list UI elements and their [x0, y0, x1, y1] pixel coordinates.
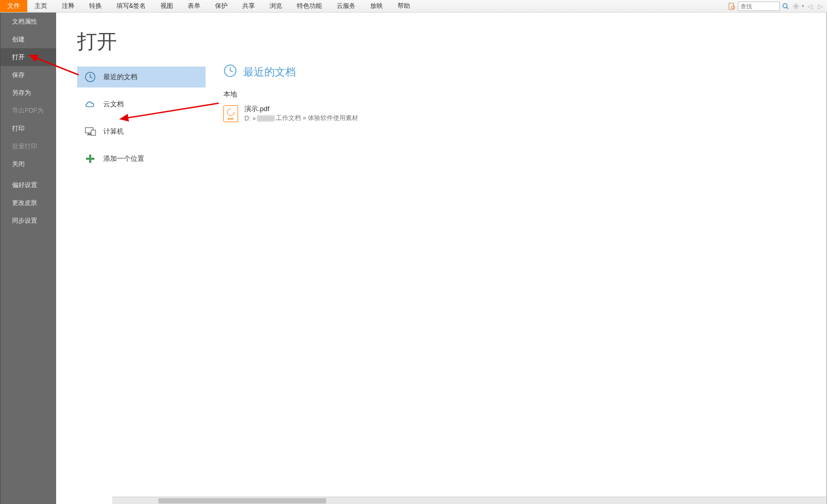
search-submit-icon[interactable] — [781, 2, 790, 11]
menu-tab-feature[interactable]: 特色功能 — [289, 0, 329, 12]
settings-gear-icon[interactable] — [791, 2, 801, 11]
svg-rect-7 — [88, 133, 90, 135]
scrollbar-thumb[interactable] — [158, 498, 326, 503]
location-label: 云文档 — [103, 100, 124, 109]
location-recent[interactable]: 最近的文档 — [77, 67, 206, 87]
menu-tab-home[interactable]: 主页 — [27, 0, 55, 12]
sidebar-item-skin[interactable]: 更改皮肤 — [1, 194, 56, 212]
sidebar-item-save[interactable]: 保存 — [1, 66, 56, 84]
menu-tab-browse[interactable]: 浏览 — [262, 0, 289, 12]
menu-tab-file[interactable]: 文件 — [0, 0, 27, 12]
computer-icon — [84, 126, 96, 137]
page-title: 打开 — [77, 28, 206, 55]
sidebar-item-close[interactable]: 关闭 — [1, 155, 56, 173]
sidebar-item-preferences[interactable]: 偏好设置 — [1, 176, 56, 194]
path-blur — [257, 115, 275, 122]
svg-point-4 — [795, 5, 797, 7]
section-label-local: 本地 — [223, 90, 826, 99]
clock-icon — [84, 71, 96, 83]
sidebar-item-batchprint[interactable]: 批量打印 — [1, 137, 56, 155]
svg-rect-0 — [729, 3, 734, 9]
pdf-file-icon: PDF — [223, 105, 238, 122]
svg-line-3 — [787, 7, 788, 9]
svg-point-2 — [783, 4, 787, 8]
recent-file-row[interactable]: PDF 演示.pdf D: » 工作文档 » 体验软件使用素材 — [223, 102, 826, 125]
sidebar-item-export[interactable]: 导出PDF为 — [1, 102, 56, 119]
menu-tab-fillsign[interactable]: 填写&签名 — [109, 0, 153, 12]
nav-forward-icon[interactable]: ▷ — [815, 2, 825, 11]
sidebar-item-create[interactable]: 创建 — [1, 30, 56, 48]
menu-tab-convert[interactable]: 转换 — [82, 0, 109, 12]
location-add[interactable]: 添加一个位置 — [77, 148, 206, 169]
sidebar-item-sync[interactable]: 同步设置 — [1, 212, 56, 229]
horizontal-scrollbar[interactable] — [112, 497, 826, 504]
recent-header-label: 最近的文档 — [243, 65, 296, 79]
recent-header: 最近的文档 — [223, 64, 826, 80]
sidebar-item-properties[interactable]: 文档属性 — [1, 13, 56, 30]
menu-tab-help[interactable]: 帮助 — [390, 0, 417, 12]
file-sidebar: 文档属性 创建 打开 保存 另存为 导出PDF为 打印 批量打印 关闭 偏好设置… — [0, 13, 56, 504]
nav-back-icon[interactable]: ◁ — [805, 2, 814, 11]
menu-tab-protect[interactable]: 保护 — [208, 0, 235, 12]
cloud-icon — [84, 98, 96, 110]
search-input[interactable] — [738, 2, 780, 11]
sidebar-item-print[interactable]: 打印 — [1, 119, 56, 137]
menu-tab-comment[interactable]: 注释 — [55, 0, 82, 12]
menu-tab-form[interactable]: 表单 — [180, 0, 208, 12]
file-path: D: » 工作文档 » 体验软件使用素材 — [244, 114, 358, 123]
clock-icon — [223, 64, 237, 80]
menu-tab-share[interactable]: 共享 — [235, 0, 262, 12]
location-label: 添加一个位置 — [103, 154, 144, 163]
content-panel: 打开 最近的文档 云文档 计算机 — [56, 13, 827, 504]
location-label: 最近的文档 — [103, 72, 137, 82]
svg-rect-9 — [91, 130, 95, 135]
svg-point-1 — [732, 6, 735, 9]
sidebar-item-open[interactable]: 打开 — [1, 48, 56, 66]
menu-tab-view[interactable]: 视图 — [153, 0, 180, 12]
sidebar-item-saveas[interactable]: 另存为 — [1, 84, 56, 102]
file-name: 演示.pdf — [244, 104, 358, 114]
menu-tab-slideshow[interactable]: 放映 — [363, 0, 390, 12]
location-label: 计算机 — [103, 127, 124, 136]
plus-icon — [84, 153, 96, 165]
location-computer[interactable]: 计算机 — [77, 121, 206, 142]
top-menu-bar: 文件 主页 注释 转换 填写&签名 视图 表单 保护 共享 浏览 特色功能 云服… — [0, 0, 827, 13]
menu-tab-cloud[interactable]: 云服务 — [329, 0, 363, 12]
location-cloud[interactable]: 云文档 — [77, 94, 206, 115]
search-page-icon[interactable] — [727, 2, 737, 11]
